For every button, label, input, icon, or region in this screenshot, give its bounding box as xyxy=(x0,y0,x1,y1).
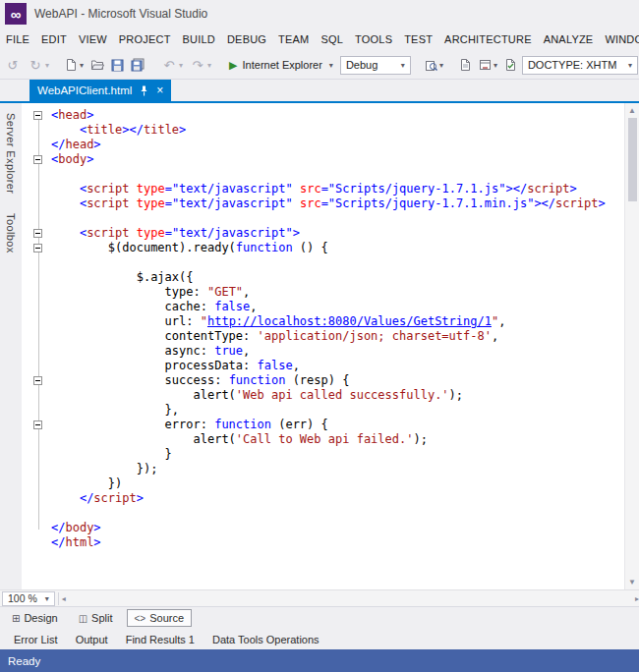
menu-item-project[interactable]: PROJECT xyxy=(113,28,177,50)
code-line: processData: false, xyxy=(31,359,624,373)
menu-item-team[interactable]: TEAM xyxy=(272,28,315,50)
visual-studio-logo-icon: ∞ xyxy=(5,3,27,25)
code-text: }); xyxy=(51,462,157,476)
menu-item-edit[interactable]: EDIT xyxy=(35,28,73,50)
save-all-icon xyxy=(131,58,145,72)
code-line xyxy=(31,167,624,182)
doctype-combobox[interactable]: DOCTYPE: XHTM ▾ xyxy=(522,56,638,75)
menu-item-tools[interactable]: TOOLS xyxy=(349,28,398,50)
fold-margin xyxy=(31,300,51,314)
window-title: WebAPI - Microsoft Visual Studio xyxy=(34,7,207,21)
chevron-down-icon: ▾ xyxy=(628,61,632,70)
run-target-label: Internet Explorer xyxy=(243,59,322,71)
fold-margin xyxy=(31,432,51,447)
fold-margin xyxy=(31,344,51,359)
code-text: $.ajax({ xyxy=(51,270,194,285)
scroll-right-icon[interactable]: ▸ xyxy=(635,591,639,606)
code-text: <title></title> xyxy=(51,123,186,138)
start-debugging-button[interactable]: ▶ Internet Explorer ▾ xyxy=(225,57,337,74)
menu-item-debug[interactable]: DEBUG xyxy=(221,28,272,50)
solution-configuration-combobox[interactable]: Debug ▾ xyxy=(340,56,411,75)
view-button-label: Split xyxy=(91,612,112,624)
scroll-up-icon[interactable]: ▲ xyxy=(628,103,636,118)
code-text: cache: false, xyxy=(51,300,258,314)
save-all-button[interactable] xyxy=(129,56,147,74)
panel-tab-error-list[interactable]: Error List xyxy=(6,631,66,648)
code-line: <script type="text/javascript" src="Scri… xyxy=(31,182,624,196)
code-line: }, xyxy=(31,403,624,418)
code-text: success: function (resp) { xyxy=(51,373,349,388)
scroll-down-icon[interactable]: ▼ xyxy=(628,575,636,589)
fold-margin xyxy=(31,491,51,506)
sidebar-tab-toolbox[interactable]: Toolbox xyxy=(5,213,17,253)
code-line: alert('Call to Web api failed.'); xyxy=(31,432,624,447)
menu-item-analyze[interactable]: ANALYZE xyxy=(538,28,600,50)
navigate-backward-button[interactable]: ↺ xyxy=(3,57,23,74)
code-line xyxy=(31,211,624,226)
find-in-files-button[interactable]: ▾ xyxy=(423,57,445,74)
menu-item-file[interactable]: FILE xyxy=(0,28,35,50)
zoom-combobox[interactable]: 100 % ▾ xyxy=(2,591,55,606)
document-tab[interactable]: WebAPIClient.html × xyxy=(29,80,171,101)
editor: <head> <title></title></head><body> <scr… xyxy=(22,103,639,589)
navigate-forward-button[interactable]: ↻ ▾ xyxy=(26,57,51,74)
scroll-left-icon[interactable]: ◂ xyxy=(62,591,66,606)
navigate-forward-icon: ↻ xyxy=(28,59,43,72)
code-text: alert('Web api called successfully.'); xyxy=(51,388,463,403)
view-button-design[interactable]: ⊞Design xyxy=(5,610,65,626)
code-editor[interactable]: <head> <title></title></head><body> <scr… xyxy=(22,103,624,589)
panel-tab-data-tools-operations[interactable]: Data Tools Operations xyxy=(204,631,327,648)
open-file-button[interactable] xyxy=(88,57,106,74)
view-button-source[interactable]: <>Source xyxy=(127,609,193,627)
fold-collapse-icon[interactable] xyxy=(33,155,42,164)
save-icon xyxy=(111,59,124,72)
fold-margin xyxy=(31,388,51,403)
code-text: </body> xyxy=(51,521,101,535)
fold-margin xyxy=(31,403,51,418)
scrollbar-thumb[interactable] xyxy=(628,118,637,201)
menu-item-window[interactable]: WINDOW xyxy=(599,28,639,50)
menu-item-test[interactable]: TEST xyxy=(398,28,438,50)
new-item-button[interactable] xyxy=(457,56,474,74)
sidebar-tab-server-explorer[interactable]: Server Explorer xyxy=(5,113,17,194)
menu-item-architecture[interactable]: ARCHITECTURE xyxy=(438,28,538,50)
pin-icon[interactable] xyxy=(140,85,148,96)
fold-collapse-icon[interactable] xyxy=(33,111,42,120)
chevron-down-icon: ▾ xyxy=(80,61,84,70)
code-line: <script type="text/javascript"> xyxy=(31,226,624,241)
browser-link-refresh-button[interactable]: ▾ xyxy=(477,57,499,74)
chevron-down-icon: ▾ xyxy=(401,61,405,70)
code-line: $(document).ready(function () { xyxy=(31,241,624,255)
chevron-down-icon: ▾ xyxy=(329,61,333,70)
menu-item-sql[interactable]: SQL xyxy=(315,28,349,50)
code-line: success: function (resp) { xyxy=(31,373,624,388)
schema-validation-button[interactable] xyxy=(502,56,519,74)
fold-margin xyxy=(31,138,51,152)
redo-button[interactable]: ↷ ▾ xyxy=(188,57,213,74)
fold-collapse-icon[interactable] xyxy=(33,420,42,429)
new-file-button[interactable]: ▾ xyxy=(63,56,86,74)
code-line: </script> xyxy=(31,491,624,506)
code-text: $(document).ready(function () { xyxy=(51,241,328,255)
vertical-scrollbar[interactable]: ▲ ▼ xyxy=(624,103,639,589)
configuration-value: Debug xyxy=(346,59,378,71)
fold-collapse-icon[interactable] xyxy=(33,244,42,252)
fold-margin xyxy=(31,108,51,123)
divider xyxy=(58,592,59,605)
panel-tab-output[interactable]: Output xyxy=(68,631,116,648)
view-button-split[interactable]: ◫Split xyxy=(72,610,120,626)
undo-button[interactable]: ↶ ▾ xyxy=(159,57,185,74)
menu-item-build[interactable]: BUILD xyxy=(177,28,221,50)
panel-tab-find-results-1[interactable]: Find Results 1 xyxy=(118,631,203,648)
save-button[interactable] xyxy=(109,57,126,74)
menu-item-view[interactable]: VIEW xyxy=(73,28,113,50)
source-view-icon: <> xyxy=(135,613,146,624)
fold-collapse-icon[interactable] xyxy=(33,376,42,385)
fold-margin xyxy=(31,211,51,226)
fold-collapse-icon[interactable] xyxy=(33,229,42,238)
doctype-value: DOCTYPE: XHTM xyxy=(528,59,616,71)
close-icon[interactable]: × xyxy=(156,84,163,96)
fold-margin xyxy=(31,535,51,550)
fold-margin xyxy=(31,285,51,300)
fold-margin xyxy=(31,241,51,255)
